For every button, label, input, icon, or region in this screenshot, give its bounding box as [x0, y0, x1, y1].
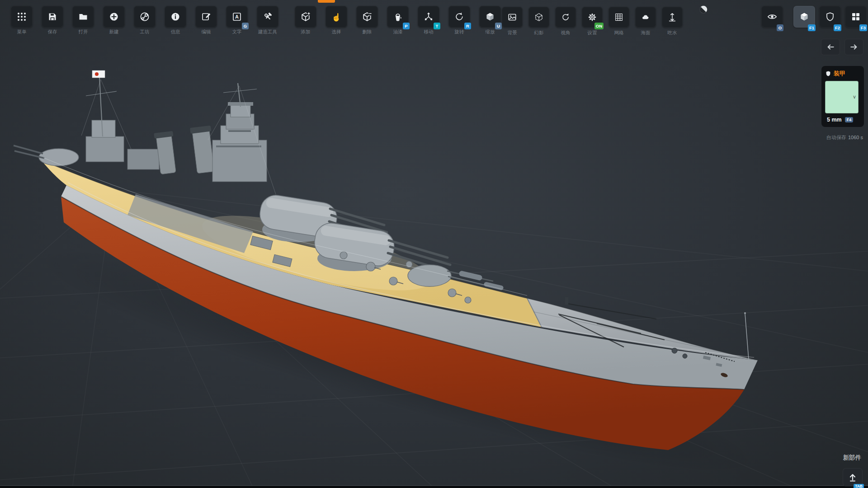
rename-button[interactable]: 编辑: [195, 6, 217, 28]
select-tool-button[interactable]: ☝ 选择: [326, 6, 347, 28]
toggle-state-badge: ON: [594, 23, 604, 29]
gear-icon: [587, 12, 597, 22]
folder-icon: [78, 11, 89, 22]
hotkey-badge: F3: [859, 24, 867, 31]
paint-bucket-button[interactable]: P 油漆: [387, 6, 409, 28]
decal-text-button[interactable]: A G 文字: [226, 6, 248, 28]
rotate-tool-button[interactable]: R 旋转: [448, 6, 470, 28]
armor-panel-title: 装甲: [834, 70, 845, 78]
hotkey-badge: U: [495, 23, 502, 29]
info-button[interactable]: 信息: [165, 6, 186, 28]
move-tool-button[interactable]: T 移动: [418, 6, 439, 28]
toolbar-center: 背景 幻影 视角 ON 设置 网格 海面 吃水: [502, 7, 683, 28]
workshop-button[interactable]: 工坊: [134, 6, 156, 28]
toolbar-left: 菜单 保存 打开 新建 工坊 信息: [11, 6, 501, 28]
svg-text:A: A: [235, 14, 239, 19]
shield-icon: [825, 70, 831, 77]
hand-pointer-icon: ☝: [331, 11, 342, 22]
open-button[interactable]: 打开: [72, 6, 94, 28]
save-button[interactable]: 保存: [42, 6, 63, 28]
save-icon: [47, 11, 58, 22]
edit-pencil-icon: [201, 11, 212, 22]
visibility-toggle-button[interactable]: O: [761, 6, 783, 28]
autosave-status: 自动保存1060 s: [826, 134, 863, 141]
four-squares-icon: [850, 11, 861, 22]
ghost-cube-icon: [534, 12, 544, 22]
shield-icon: [825, 11, 835, 22]
hotkey-badge: TAB: [854, 484, 864, 488]
info-icon: [170, 11, 181, 22]
hotkey-badge: P: [403, 23, 410, 29]
hotkey-badge: F4: [845, 117, 854, 122]
eye-icon: [767, 11, 778, 22]
hotkey-badge: F2: [834, 24, 841, 31]
letter-a-icon: A: [231, 11, 242, 22]
arrow-right-icon: [849, 42, 859, 52]
apps-grid-icon: [16, 11, 27, 22]
hotkey-badge: T: [434, 23, 440, 29]
parts-panel-button[interactable]: F1: [793, 6, 815, 28]
active-tool-indicator: [318, 0, 335, 3]
solid-cube-icon: [799, 11, 810, 22]
draft-arrow-icon: [667, 12, 677, 22]
view-reset-button[interactable]: 视角: [555, 7, 576, 28]
undo-button[interactable]: [821, 39, 840, 55]
steam-icon: [139, 11, 150, 22]
history-controls: [821, 39, 863, 55]
chevron-down-icon: ∨: [853, 94, 856, 100]
axis-gizmo-icon: [423, 11, 434, 22]
settings-toggle-button[interactable]: ON 设置: [582, 7, 603, 28]
armor-color-swatch[interactable]: ∨: [825, 81, 859, 113]
viewport-3d[interactable]: [0, 0, 868, 488]
svg-text:☝: ☝: [331, 13, 341, 22]
hotkey-badge: R: [464, 23, 471, 29]
water-toggle-button[interactable]: 海面: [635, 7, 656, 28]
add-block-button[interactable]: 添加: [295, 6, 316, 28]
resize-tool-button[interactable]: U 缩放: [479, 6, 501, 28]
layout-panel-button[interactable]: F3: [845, 6, 867, 28]
refresh-icon: [561, 12, 571, 22]
status-indicator-icon: [698, 5, 708, 14]
build-tools-button[interactable]: 建造工具: [257, 6, 278, 28]
plus-circle-icon: [108, 11, 119, 22]
ship-model[interactable]: [14, 70, 775, 488]
arrow-up-icon: [847, 472, 858, 483]
cube-remove-icon: [362, 11, 373, 22]
blob-icon: [641, 12, 651, 22]
arrow-left-icon: [826, 42, 835, 52]
cube-add-icon: [300, 11, 311, 22]
apps-menu-button[interactable]: 菜单: [11, 6, 33, 28]
tools-icon: [262, 11, 273, 22]
hotkey-badge: G: [242, 23, 249, 29]
draft-marks-button[interactable]: 吃水: [662, 7, 683, 28]
scenery-button[interactable]: 背景: [502, 7, 523, 28]
new-part-button[interactable]: TAB: [843, 468, 863, 486]
armor-panel-button[interactable]: F2: [819, 6, 841, 28]
delete-block-button[interactable]: 删除: [356, 6, 378, 28]
ghost-blocks-button[interactable]: 幻影: [528, 7, 549, 28]
hotkey-badge: O: [777, 24, 783, 31]
autosave-label: 自动保存: [826, 135, 846, 140]
hotkey-badge: F1: [808, 24, 816, 31]
autosave-value: 1060 s: [848, 135, 863, 140]
solid-cube-icon: [485, 11, 495, 22]
armor-thickness-value: 5 mm: [827, 117, 842, 123]
grid-icon: [614, 12, 624, 22]
armor-panel: 装甲 ∨ 5 mm F4: [821, 66, 864, 127]
redo-button[interactable]: [844, 39, 863, 55]
toolbar-right: O F1 F2 F3: [761, 6, 867, 28]
grid-toggle-button[interactable]: 网格: [609, 7, 629, 28]
bottom-edge-bar: [0, 486, 868, 488]
new-button[interactable]: 新建: [103, 6, 125, 28]
paint-bucket-icon: [392, 11, 403, 22]
image-icon: [507, 12, 517, 22]
new-part-label: 新部件: [843, 454, 862, 462]
rotate-arrow-icon: [454, 11, 465, 22]
